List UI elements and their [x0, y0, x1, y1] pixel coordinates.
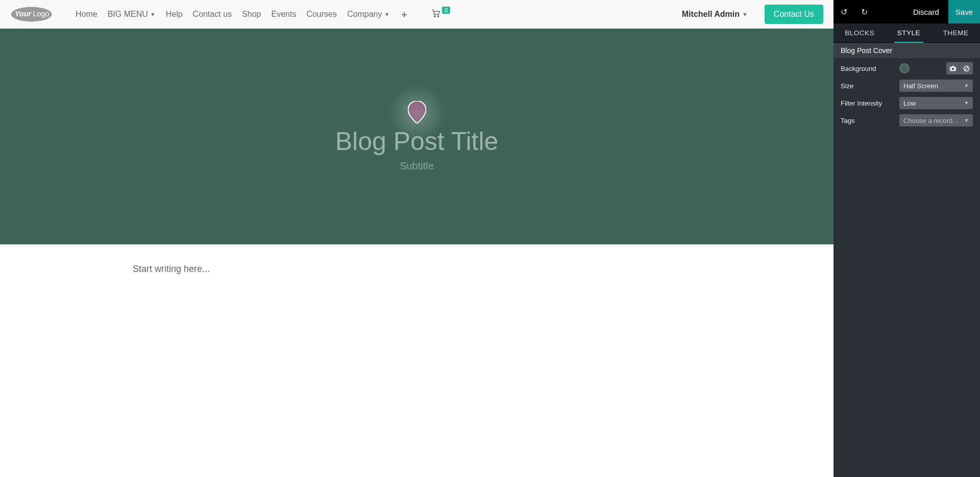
editor-top-bar: ↺ ↻ Discard Save: [834, 0, 980, 23]
editor-sidebar: ↺ ↻ Discard Save BLOCKS STYLE THEME Blog…: [834, 0, 980, 477]
tab-blocks[interactable]: BLOCKS: [838, 23, 881, 42]
nav-company[interactable]: Company▼: [342, 6, 395, 23]
undo-icon: ↺: [841, 7, 847, 17]
row-filter-intensity: Filter Intensity Low ▼: [841, 97, 973, 109]
filter-value: Low: [903, 99, 916, 107]
background-action-buttons: [946, 62, 973, 74]
caret-down-icon: ▼: [384, 11, 389, 17]
tab-theme[interactable]: THEME: [936, 23, 976, 42]
style-panel: Background Size Half Screen ▼: [834, 58, 980, 134]
size-select[interactable]: Half Screen ▼: [899, 80, 973, 92]
size-value: Half Screen: [903, 82, 938, 90]
caret-down-icon: ▼: [742, 11, 748, 17]
cart-badge: 0: [442, 7, 450, 14]
label-size: Size: [841, 82, 894, 90]
cart-icon: [431, 9, 441, 20]
redo-icon: ↻: [861, 7, 868, 17]
save-button[interactable]: Save: [948, 0, 980, 23]
svg-line-7: [965, 66, 969, 70]
user-menu[interactable]: Mitchell Admin ▼: [682, 10, 748, 19]
caret-down-icon: ▼: [150, 11, 156, 17]
content-placeholder[interactable]: Start writing here...: [133, 264, 701, 274]
top-navbar: Your Logo Home BIG MENU▼ Help Contact us…: [0, 0, 834, 29]
svg-point-4: [438, 15, 439, 16]
caret-down-icon: ▼: [964, 83, 969, 88]
logo-wrap[interactable]: Your Logo: [10, 4, 61, 24]
row-size: Size Half Screen ▼: [841, 80, 973, 92]
no-entry-icon: [963, 65, 970, 72]
editor-tabs: BLOCKS STYLE THEME: [834, 23, 980, 43]
camera-icon: [949, 65, 957, 71]
label-filter-intensity: Filter Intensity: [841, 99, 894, 107]
nav-events[interactable]: Events: [266, 6, 301, 23]
svg-text:Logo: Logo: [33, 10, 49, 18]
caret-down-icon: ▼: [964, 101, 969, 106]
cover-pin-wrap: [408, 101, 426, 125]
main-content-area: Your Logo Home BIG MENU▼ Help Contact us…: [0, 0, 834, 477]
tab-style[interactable]: STYLE: [890, 23, 927, 42]
site-logo: Your Logo: [10, 4, 61, 24]
tags-select[interactable]: Choose a record... ▼: [899, 114, 973, 127]
row-tags: Tags Choose a record... ▼: [841, 114, 973, 127]
tags-placeholder: Choose a record...: [903, 117, 958, 124]
nav-add[interactable]: ＋: [395, 4, 414, 24]
label-background: Background: [841, 65, 894, 72]
contact-us-button[interactable]: Contact Us: [765, 5, 823, 24]
cart-button[interactable]: 0: [431, 9, 450, 20]
nav-big-menu[interactable]: BIG MENU▼: [103, 6, 161, 23]
blog-cover[interactable]: Blog Post Title Subtitle: [0, 29, 834, 244]
label-tags: Tags: [841, 117, 894, 124]
row-background: Background: [841, 62, 973, 74]
nav-shop[interactable]: Shop: [237, 6, 266, 23]
svg-point-5: [952, 68, 954, 70]
nav-contact[interactable]: Contact us: [188, 6, 237, 23]
nav-links: Home BIG MENU▼ Help Contact us Shop Even…: [70, 4, 414, 24]
background-clear-button[interactable]: [960, 62, 973, 74]
redo-button[interactable]: ↻: [854, 0, 874, 23]
discard-button[interactable]: Discard: [904, 8, 948, 16]
nav-help[interactable]: Help: [161, 6, 188, 23]
plus-icon: ＋: [400, 8, 409, 20]
undo-button[interactable]: ↺: [834, 0, 854, 23]
nav-home[interactable]: Home: [70, 6, 103, 23]
blog-content[interactable]: Start writing here...: [0, 244, 834, 294]
svg-text:Your: Your: [15, 10, 32, 18]
svg-point-3: [434, 15, 435, 16]
blog-subtitle[interactable]: Subtitle: [400, 160, 434, 172]
section-title: Blog Post Cover: [834, 43, 980, 58]
background-image-button[interactable]: [946, 62, 960, 74]
nav-courses[interactable]: Courses: [301, 6, 342, 23]
filter-intensity-select[interactable]: Low ▼: [899, 97, 973, 109]
background-color-swatch[interactable]: [899, 63, 910, 73]
caret-down-icon: ▼: [964, 118, 969, 123]
pin-glow: [386, 83, 448, 144]
